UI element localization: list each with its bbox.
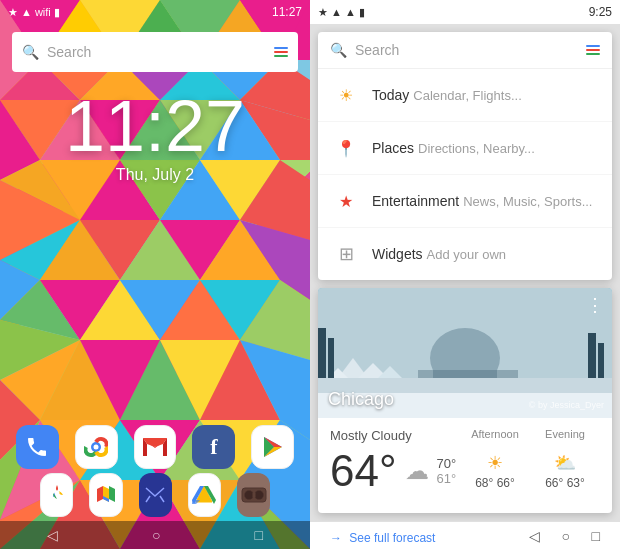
afternoon-temps: 68° 66°	[475, 476, 515, 490]
facebook-app[interactable]: f	[192, 425, 235, 469]
cloud-icon: ☁	[405, 457, 429, 485]
weather-evening-col: Evening	[530, 428, 600, 442]
weather-low: 61°	[437, 471, 457, 486]
afternoon-label: Afternoon	[460, 428, 530, 440]
entertainment-subtitle: News, Music, Sports...	[463, 194, 592, 209]
search-icon-left: 🔍	[22, 44, 39, 60]
gmail-app[interactable]	[134, 425, 177, 469]
svg-point-91	[244, 491, 253, 500]
search-placeholder-left: Search	[47, 44, 274, 60]
weather-condition: Mostly Cloudy	[330, 428, 460, 443]
back-button-left[interactable]: ◁	[47, 527, 58, 543]
inbox-app[interactable]	[139, 473, 172, 517]
evening-label: Evening	[530, 428, 600, 440]
status-bar-left: ★ ▲ wifi ▮ 11:27	[0, 0, 310, 24]
search-placeholder-right: Search	[355, 42, 586, 58]
places-subtitle: Directions, Nearby...	[418, 141, 535, 156]
weather-top-row: Mostly Cloudy Afternoon Evening	[330, 428, 600, 443]
widgets-icon: ⊞	[332, 240, 360, 268]
clock-widget: 11:27 Thu, July 2	[0, 90, 310, 184]
cardboard-app[interactable]	[237, 473, 270, 517]
maps-app[interactable]	[89, 473, 122, 517]
search-dropdown: 🔍 Search ☀ Today Calendar, Flights... 📍 …	[318, 32, 612, 280]
today-icon: ☀	[332, 81, 360, 109]
dropdown-entertainment[interactable]: ★ Entertainment News, Music, Sports...	[318, 175, 612, 228]
signal-icon: ▲	[21, 6, 32, 18]
nav-bar-right: → See full forecast ◁ ○ □	[310, 521, 620, 549]
svg-point-78	[94, 445, 99, 450]
google-menu-icon-right[interactable]	[586, 45, 600, 55]
today-subtitle: Calendar, Flights...	[413, 88, 521, 103]
dropdown-today[interactable]: ☀ Today Calendar, Flights...	[318, 69, 612, 122]
app-row-1: f	[0, 425, 310, 469]
weather-temp: 64°	[330, 449, 397, 493]
status-time-right: 9:25	[589, 5, 612, 19]
dropdown-places[interactable]: 📍 Places Directions, Nearby...	[318, 122, 612, 175]
places-title: Places	[372, 140, 414, 156]
svg-rect-106	[598, 343, 604, 378]
weather-main-row: 64° ☁ 70° 61° ☀ 68° 66°	[330, 449, 600, 493]
bluetooth-icon: ★	[8, 6, 18, 19]
drive-app[interactable]	[188, 473, 221, 517]
home-button-right[interactable]: ○	[562, 528, 570, 544]
weather-more-button[interactable]: ⋮	[586, 294, 604, 316]
entertainment-icon: ★	[332, 187, 360, 215]
battery-icon-right: ▮	[359, 6, 365, 19]
recent-button-left[interactable]: □	[255, 527, 263, 543]
weather-photo-credit: © by Jessica_Dyer	[529, 400, 604, 410]
left-screen: ★ ▲ wifi ▮ 11:27 🔍 Search 11:27 Thu, Jul…	[0, 0, 310, 549]
evening-lo: 63°	[567, 476, 585, 490]
svg-point-92	[254, 491, 263, 500]
weather-left-col: Mostly Cloudy	[330, 428, 460, 443]
weather-image: Chicago ⋮ © by Jessica_Dyer	[318, 288, 612, 418]
weather-hi-lo: 70° 61°	[437, 456, 457, 486]
places-content: Places Directions, Nearby...	[372, 140, 535, 156]
today-title: Today	[372, 87, 409, 103]
widgets-content: Widgets Add your own	[372, 246, 506, 262]
back-button-right[interactable]: ◁	[529, 528, 540, 544]
weather-afternoon-col: Afternoon	[460, 428, 530, 442]
search-bar-right[interactable]: 🔍 Search	[318, 32, 612, 69]
app-row-2	[0, 473, 310, 517]
clock-date: Thu, July 2	[116, 166, 194, 184]
battery-icon: ▮	[54, 6, 60, 19]
svg-rect-102	[418, 370, 518, 378]
afternoon-icon: ☀	[487, 452, 503, 474]
weather-temp-section: 64° ☁ 70° 61°	[330, 449, 460, 493]
google-menu-icon-left[interactable]	[274, 47, 288, 57]
evening-icon: ⛅	[554, 452, 576, 474]
status-bar-right: ★ ▲ ▲ ▮ 9:25	[310, 0, 620, 24]
phone-app[interactable]	[16, 425, 59, 469]
home-button-left[interactable]: ○	[152, 527, 160, 543]
status-icons-left: ★ ▲ wifi ▮	[8, 6, 60, 19]
today-content: Today Calendar, Flights...	[372, 87, 522, 103]
svg-rect-105	[588, 333, 596, 378]
dropdown-widgets[interactable]: ⊞ Widgets Add your own	[318, 228, 612, 280]
photos-app[interactable]	[40, 473, 73, 517]
search-bar-left[interactable]: 🔍 Search	[12, 32, 298, 72]
signal-icon-right: ▲	[331, 6, 342, 18]
right-screen: ★ ▲ ▲ ▮ 9:25 🔍 Search ☀ Today Calendar, …	[310, 0, 620, 549]
see-full-forecast-button[interactable]: → See full forecast	[330, 531, 435, 545]
svg-rect-104	[328, 338, 334, 378]
recent-button-right[interactable]: □	[592, 528, 600, 544]
status-icons-right: ★ ▲ ▲ ▮	[318, 6, 365, 19]
afternoon-lo: 66°	[497, 476, 515, 490]
widgets-subtitle: Add your own	[427, 247, 507, 262]
playstore-app[interactable]	[251, 425, 294, 469]
svg-rect-103	[318, 328, 326, 378]
bluetooth-icon-right: ★	[318, 6, 328, 19]
clock-time: 11:27	[65, 90, 245, 162]
chrome-app[interactable]	[75, 425, 118, 469]
weather-details: Mostly Cloudy Afternoon Evening 64° ☁ 70…	[318, 418, 612, 505]
weather-high: 70°	[437, 456, 457, 471]
weather-card: Chicago ⋮ © by Jessica_Dyer Mostly Cloud…	[318, 288, 612, 513]
weather-city: Chicago	[328, 389, 394, 410]
afternoon-hi: 68°	[475, 476, 493, 490]
widgets-title: Widgets	[372, 246, 423, 262]
status-time-left: 11:27	[272, 5, 302, 19]
entertainment-title: Entertainment	[372, 193, 459, 209]
evening-temps: 66° 63°	[545, 476, 585, 490]
places-icon: 📍	[332, 134, 360, 162]
svg-rect-93	[252, 493, 255, 497]
